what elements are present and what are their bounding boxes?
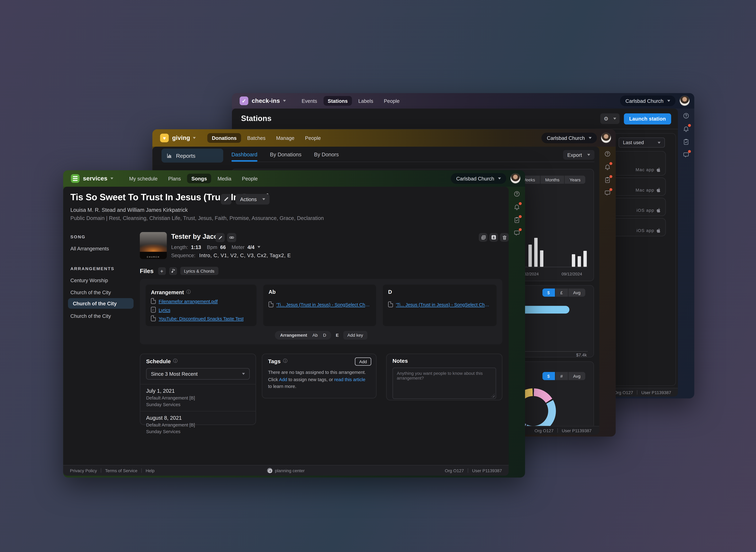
add-tag-button[interactable]: Add bbox=[355, 358, 371, 366]
chevron-down-icon[interactable] bbox=[257, 246, 260, 248]
services-app-name[interactable]: services bbox=[83, 175, 108, 182]
planning-center-logo-icon bbox=[267, 468, 272, 473]
edit-song-button[interactable] bbox=[221, 194, 231, 204]
chat-icon[interactable] bbox=[514, 230, 520, 237]
giving-nav-manage[interactable]: Manage bbox=[272, 133, 299, 143]
files-panel: Arrangementⓘ Filenamefor arrangement.pdf… bbox=[140, 279, 502, 344]
checkins-nav-labels[interactable]: Labels bbox=[354, 96, 378, 106]
sidebar-item-all-arrangements[interactable]: All Arrangements bbox=[70, 246, 109, 252]
desktop: ✓ check-ins Events Stations Labels Peopl… bbox=[0, 0, 756, 552]
actions-button[interactable]: Actions bbox=[236, 194, 270, 204]
lyrics-chords-chip[interactable]: Lyrics & Chords bbox=[180, 267, 218, 275]
platform-badge: iOS app bbox=[636, 228, 660, 233]
delete-arrangement-button[interactable] bbox=[500, 233, 509, 242]
add-key-button[interactable]: Add key bbox=[343, 331, 367, 339]
services-nav-plans[interactable]: Plans bbox=[164, 174, 185, 183]
user-id: User P1139387 bbox=[641, 390, 671, 395]
checkins-logo-icon[interactable]: ✓ bbox=[240, 97, 248, 105]
schedule-entry[interactable]: August 8, 2021 Default Arrangement [B] S… bbox=[140, 411, 255, 438]
services-nav-songs[interactable]: Songs bbox=[187, 174, 211, 183]
tab-dashboard[interactable]: Dashboard bbox=[231, 151, 257, 162]
avatar[interactable] bbox=[680, 96, 690, 106]
sidebar-item-arrangement[interactable]: Church of the City bbox=[70, 313, 111, 319]
tasks-clipboard-icon[interactable] bbox=[683, 138, 690, 145]
apple-icon bbox=[656, 228, 660, 233]
notifications-bell-icon[interactable] bbox=[683, 126, 690, 132]
checkins-nav-events[interactable]: Events bbox=[297, 96, 322, 106]
toggle-dollar[interactable]: $ bbox=[542, 372, 555, 380]
file-link[interactable]: 'Ti... Jesus (Trust in Jesus) - SongSele… bbox=[276, 302, 371, 307]
chat-icon[interactable] bbox=[683, 151, 690, 158]
info-icon[interactable]: ⓘ bbox=[173, 358, 177, 364]
help-icon[interactable] bbox=[683, 112, 690, 119]
stations-settings-button[interactable]: ⚙ bbox=[600, 113, 620, 124]
toggle-number[interactable]: # bbox=[555, 372, 568, 380]
edit-arrangement-button[interactable] bbox=[215, 233, 225, 242]
key-e[interactable]: E bbox=[336, 333, 339, 337]
org-selector[interactable]: Carlsbad Church bbox=[451, 173, 506, 184]
chat-icon[interactable] bbox=[604, 189, 611, 196]
toggle-dollar[interactable]: $ bbox=[542, 288, 555, 297]
tab-by-donations[interactable]: By Donations bbox=[270, 151, 301, 162]
notes-card: Notes bbox=[386, 354, 502, 400]
services-nav-people[interactable]: People bbox=[238, 174, 262, 183]
launch-station-button[interactable]: Launch station bbox=[624, 113, 671, 124]
avatar[interactable] bbox=[511, 174, 520, 183]
org-selector[interactable]: Carlsbad Church bbox=[620, 96, 676, 106]
key-d[interactable]: D bbox=[323, 333, 326, 337]
tasks-clipboard-icon[interactable] bbox=[514, 217, 520, 223]
tasks-clipboard-icon[interactable] bbox=[604, 176, 611, 183]
add-chord-chart-button[interactable] bbox=[169, 267, 177, 275]
giving-app-name[interactable]: giving bbox=[172, 135, 190, 141]
file-link[interactable]: Lyrics bbox=[159, 307, 170, 312]
org-selector[interactable]: Carlsbad Church bbox=[542, 133, 597, 143]
file-link[interactable]: 'Ti... Jesus (Trust in Jesus) - SongSele… bbox=[396, 302, 492, 307]
export-button[interactable]: Export bbox=[563, 150, 594, 160]
notes-textarea[interactable] bbox=[393, 368, 496, 398]
schedule-filter-select[interactable]: Since 3 Most Recent bbox=[146, 368, 250, 380]
toggle-avg[interactable]: Avg bbox=[568, 288, 585, 297]
giving-nav-people[interactable]: People bbox=[301, 133, 325, 143]
schedule-entry[interactable]: July 1, 2021 Default Arrangement [B] Sun… bbox=[140, 384, 255, 411]
article-link[interactable]: read this article bbox=[334, 377, 365, 382]
add-link[interactable]: Add bbox=[279, 377, 287, 382]
sidebar-item-arrangement-selected[interactable]: Church of the City bbox=[68, 298, 134, 309]
giving-logo-icon[interactable]: ♥ bbox=[160, 134, 169, 142]
avatar[interactable] bbox=[601, 133, 611, 143]
add-file-button[interactable]: + bbox=[158, 267, 166, 275]
notification-dot bbox=[688, 150, 691, 153]
range-months[interactable]: Months bbox=[540, 176, 564, 184]
meter-select[interactable]: 4/4 bbox=[247, 244, 254, 250]
key-ab[interactable]: Ab bbox=[313, 333, 318, 337]
range-years[interactable]: Years bbox=[565, 176, 585, 184]
sort-select[interactable]: Last used bbox=[618, 138, 665, 148]
toggle-avg[interactable]: Avg bbox=[568, 372, 585, 380]
sidebar-item-reports[interactable]: Reports bbox=[162, 149, 223, 163]
checkins-nav-stations[interactable]: Stations bbox=[323, 96, 352, 106]
notifications-bell-icon[interactable] bbox=[514, 203, 520, 211]
file-link[interactable]: Filenamefor arrangement.pdf bbox=[159, 298, 218, 304]
count-toggle: $ # Avg bbox=[542, 372, 585, 380]
services-nav-my-schedule[interactable]: My schedule bbox=[125, 174, 162, 183]
duplicate-arrangement-button[interactable] bbox=[479, 233, 488, 242]
info-icon[interactable]: ⓘ bbox=[186, 289, 191, 295]
toggle-pound[interactable]: £ bbox=[555, 288, 568, 297]
giving-nav-batches[interactable]: Batches bbox=[243, 133, 270, 143]
info-icon[interactable]: ⓘ bbox=[283, 358, 287, 364]
help-icon[interactable] bbox=[514, 190, 520, 197]
sidebar-item-arrangement[interactable]: Church of the City bbox=[70, 289, 111, 295]
giving-nav-donations[interactable]: Donations bbox=[207, 133, 241, 143]
services-nav-media[interactable]: Media bbox=[213, 174, 236, 183]
checkins-nav-people[interactable]: People bbox=[380, 96, 404, 106]
notifications-bell-icon[interactable] bbox=[604, 163, 611, 170]
help-icon[interactable] bbox=[604, 150, 611, 157]
checkins-app-name[interactable]: check-ins bbox=[252, 98, 280, 104]
download-arrangement-button[interactable] bbox=[490, 233, 498, 242]
services-logo-icon[interactable] bbox=[71, 174, 79, 183]
sidebar-item-arrangement[interactable]: Century Worship bbox=[70, 277, 108, 283]
copy-link-button[interactable] bbox=[227, 233, 236, 242]
tab-by-donors[interactable]: By Donors bbox=[314, 151, 339, 162]
file-link[interactable]: YouTube: Discontinued Snacks Taste Test bbox=[159, 316, 244, 321]
planning-center-brand: planning center bbox=[63, 468, 509, 473]
key-arrangement[interactable]: Arrangement bbox=[280, 333, 307, 337]
